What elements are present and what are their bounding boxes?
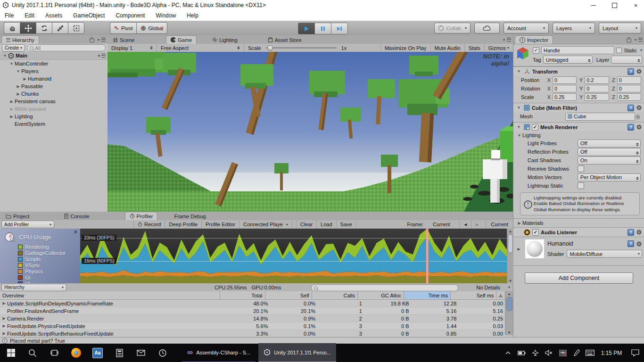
deep-profile-button[interactable]: Deep Profile [165,220,202,229]
gear-icon[interactable] [636,229,642,235]
mail-app-icon[interactable] [130,344,152,362]
foldout-arrow-icon[interactable]: ▼ [15,69,21,74]
gizmos-dropdown[interactable]: Gizmos▾ [484,44,513,52]
mesh-renderer-checkbox[interactable]: ✓ [532,124,538,131]
table-scrollbar[interactable]: ▲ ▼ [505,291,513,335]
table-row[interactable]: ▶FixedUpdate.PhysicsFixedUpdate 5.6%0.1%… [0,322,505,330]
rect-tool-button[interactable] [68,22,84,34]
tag-dropdown[interactable]: Untagged [543,56,593,64]
column-gc-alloc[interactable]: GC Alloc [358,291,404,299]
collab-button[interactable]: Collab▾ [434,23,471,33]
legend-item-garbagecollector[interactable]: GarbageCollector [18,250,80,256]
add-profiler-dropdown[interactable]: Add Profiler ▾ [1,221,54,228]
pivot-toggle-button[interactable]: Pivot [110,22,136,34]
hierarchy-item-persistent-canvas[interactable]: ▶Persistent canvas [0,98,107,105]
cast-shadows-dropdown[interactable]: On [578,156,641,165]
legend-item-rendering[interactable]: Rendering [18,244,80,250]
reflection-probes-dropdown[interactable]: Off [578,148,641,156]
tab-frame-debug[interactable]: Frame Debug [170,212,210,220]
position-y-field[interactable]: 0.2 [585,76,609,84]
column-calls[interactable]: Calls [312,291,358,299]
hierarchy-item-while-paused[interactable]: ▶While paused [0,105,107,113]
pane-menu-icon[interactable] [101,54,106,58]
taskbar-clock[interactable]: 1:15 PM [597,350,626,356]
mute-audio-button[interactable]: Mute Audio [430,44,464,52]
next-frame-button[interactable]: ▶ [471,220,483,229]
lighting-foldout[interactable]: ▼ Lighting [513,132,644,139]
current-frame-button[interactable]: Current [486,220,513,229]
help-book-icon[interactable]: ? [627,68,634,75]
receive-shadows-checkbox[interactable] [578,165,584,172]
active-checkbox[interactable]: ✓ [533,47,539,54]
taskbar-app-assembly-csharp[interactable]: ∞ Assembly-CSharp - S... [182,343,256,362]
pane-menu-icon[interactable] [101,38,106,41]
table-row[interactable]: ▶FixedUpdate.ScriptRunBehaviourFixedUpda… [0,330,505,337]
alarms-app-icon[interactable] [152,344,173,362]
account-dropdown[interactable]: Account▾ [504,23,549,33]
menu-gameobject[interactable]: GameObject [73,12,105,19]
stats-button[interactable]: Stats [464,44,484,52]
table-row[interactable]: Profiler.FinalizeAndSendFrame 20.1%20.1%… [0,307,505,315]
load-button[interactable]: Load [317,220,336,229]
tab-scene[interactable]: Scene [109,36,139,44]
play-button[interactable] [298,23,314,34]
menu-component[interactable]: Component [116,12,145,19]
menu-edit[interactable]: Edit [25,12,34,19]
mesh-object-field[interactable]: Cube [565,113,635,121]
help-book-icon[interactable]: ? [627,240,634,247]
help-book-icon[interactable]: ? [627,229,634,236]
scale-slider-knob[interactable] [267,45,273,51]
materials-foldout[interactable]: ▶ Materials [513,218,644,227]
taskbar-app-unity[interactable]: Unity 2017.1.1f1 Perso... [258,343,336,362]
pause-button[interactable] [314,23,331,34]
row-foldout-icon[interactable]: ▶ [1,331,7,336]
rotation-z-field[interactable]: 0 [617,85,641,92]
hierarchy-item-eventsystem[interactable]: EventSystem [0,120,107,128]
help-book-icon[interactable]: ? [627,124,634,131]
scale-x-field[interactable]: 0.25 [553,93,577,101]
hierarchy-item-pausable[interactable]: ▶Pausable [0,82,107,90]
pen-indicator[interactable] [570,344,583,362]
details-dropdown[interactable]: No Details ▾ [476,285,510,290]
move-tool-button[interactable] [20,22,36,34]
hierarchy-item-chunks[interactable]: ▶Chunks [0,90,107,98]
row-foldout-icon[interactable]: ▶ [1,324,7,328]
legend-item-scripts[interactable]: Scripts [18,256,80,262]
foldout-arrow-icon[interactable]: ▶ [516,247,522,251]
audio-listener-checkbox[interactable]: ✓ [532,229,539,236]
scale-tool-button[interactable] [52,22,68,34]
task-view-button[interactable] [43,344,65,362]
gear-icon[interactable] [636,105,642,111]
layer-dropdown[interactable] [611,56,642,64]
add-component-button[interactable]: Add Component [525,272,633,284]
foldout-arrow-icon[interactable]: ▼ [2,54,8,58]
mesh-filter-header[interactable]: ▼ Cube (Mesh Filter) ? [513,103,644,112]
hierarchy-item-lighting[interactable]: ▶Lighting [0,113,107,120]
tab-inspector[interactable]: i Inspector [515,35,553,44]
close-icon[interactable]: ✕ [74,229,78,235]
touch-keyboard-indicator[interactable] [583,344,597,362]
scale-z-field[interactable]: 0.25 [617,93,641,101]
record-toggle-button[interactable]: Record [133,220,165,229]
position-z-field[interactable]: 0 [617,76,641,84]
scale-slider[interactable] [266,47,337,49]
save-button[interactable]: Save [337,220,356,229]
legend-item-vsync[interactable]: VSync [18,262,80,268]
close-button[interactable]: × [625,0,644,10]
hierarchy-item-players[interactable]: ▼Players [0,67,107,75]
step-button[interactable] [331,23,348,34]
lock-icon[interactable] [627,39,631,42]
foldout-arrow-icon[interactable]: ▼ [516,133,522,138]
position-x-field[interactable]: 0 [553,76,577,84]
hierarchy-search-input[interactable]: All [27,44,106,51]
layout-dropdown[interactable]: Layout▾ [599,23,641,33]
connected-player-dropdown[interactable]: Connected Playe▾ [239,220,292,229]
warning-column-icon[interactable] [496,291,505,299]
game-viewport[interactable] [107,52,513,212]
action-center-button[interactable] [626,344,644,362]
menu-window[interactable]: Window [156,12,176,19]
foldout-arrow-icon[interactable]: ▶ [516,221,522,225]
light-probes-dropdown[interactable]: Off [578,140,641,148]
start-button[interactable] [0,344,22,362]
foldout-arrow-icon[interactable]: ▶ [8,99,15,104]
